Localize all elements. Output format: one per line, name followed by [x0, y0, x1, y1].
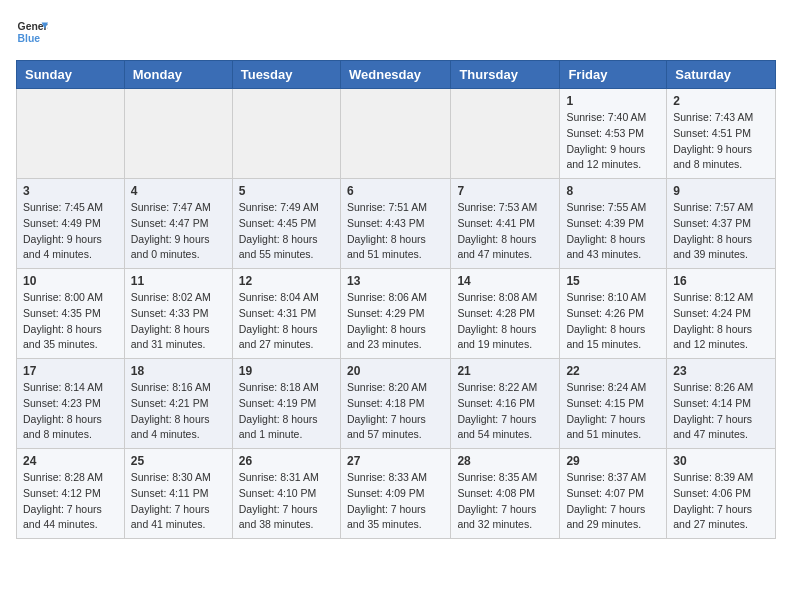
day-info: Sunrise: 7:45 AM Sunset: 4:49 PM Dayligh…: [23, 200, 118, 263]
day-info: Sunrise: 8:30 AM Sunset: 4:11 PM Dayligh…: [131, 470, 226, 533]
calendar-cell: 6Sunrise: 7:51 AM Sunset: 4:43 PM Daylig…: [340, 179, 450, 269]
day-info: Sunrise: 8:18 AM Sunset: 4:19 PM Dayligh…: [239, 380, 334, 443]
calendar-cell: 12Sunrise: 8:04 AM Sunset: 4:31 PM Dayli…: [232, 269, 340, 359]
calendar-cell: 3Sunrise: 7:45 AM Sunset: 4:49 PM Daylig…: [17, 179, 125, 269]
calendar-week-4: 17Sunrise: 8:14 AM Sunset: 4:23 PM Dayli…: [17, 359, 776, 449]
day-number: 1: [566, 94, 660, 108]
calendar-week-1: 1Sunrise: 7:40 AM Sunset: 4:53 PM Daylig…: [17, 89, 776, 179]
day-number: 30: [673, 454, 769, 468]
day-number: 13: [347, 274, 444, 288]
calendar-week-5: 24Sunrise: 8:28 AM Sunset: 4:12 PM Dayli…: [17, 449, 776, 539]
calendar-cell: 1Sunrise: 7:40 AM Sunset: 4:53 PM Daylig…: [560, 89, 667, 179]
day-number: 26: [239, 454, 334, 468]
day-info: Sunrise: 8:04 AM Sunset: 4:31 PM Dayligh…: [239, 290, 334, 353]
day-info: Sunrise: 7:49 AM Sunset: 4:45 PM Dayligh…: [239, 200, 334, 263]
calendar-cell: [17, 89, 125, 179]
day-info: Sunrise: 8:33 AM Sunset: 4:09 PM Dayligh…: [347, 470, 444, 533]
weekday-header-friday: Friday: [560, 61, 667, 89]
day-number: 11: [131, 274, 226, 288]
calendar-cell: [232, 89, 340, 179]
day-info: Sunrise: 8:14 AM Sunset: 4:23 PM Dayligh…: [23, 380, 118, 443]
day-number: 12: [239, 274, 334, 288]
day-number: 27: [347, 454, 444, 468]
weekday-header-wednesday: Wednesday: [340, 61, 450, 89]
day-number: 10: [23, 274, 118, 288]
day-number: 2: [673, 94, 769, 108]
weekday-header-monday: Monday: [124, 61, 232, 89]
calendar-cell: 15Sunrise: 8:10 AM Sunset: 4:26 PM Dayli…: [560, 269, 667, 359]
calendar-cell: 16Sunrise: 8:12 AM Sunset: 4:24 PM Dayli…: [667, 269, 776, 359]
svg-text:Blue: Blue: [18, 33, 41, 44]
calendar-cell: 11Sunrise: 8:02 AM Sunset: 4:33 PM Dayli…: [124, 269, 232, 359]
calendar-cell: 4Sunrise: 7:47 AM Sunset: 4:47 PM Daylig…: [124, 179, 232, 269]
day-info: Sunrise: 8:39 AM Sunset: 4:06 PM Dayligh…: [673, 470, 769, 533]
calendar-cell: 28Sunrise: 8:35 AM Sunset: 4:08 PM Dayli…: [451, 449, 560, 539]
calendar-cell: [340, 89, 450, 179]
logo: General Blue: [16, 16, 48, 48]
day-info: Sunrise: 8:12 AM Sunset: 4:24 PM Dayligh…: [673, 290, 769, 353]
day-number: 9: [673, 184, 769, 198]
day-info: Sunrise: 7:55 AM Sunset: 4:39 PM Dayligh…: [566, 200, 660, 263]
day-info: Sunrise: 8:06 AM Sunset: 4:29 PM Dayligh…: [347, 290, 444, 353]
day-info: Sunrise: 8:16 AM Sunset: 4:21 PM Dayligh…: [131, 380, 226, 443]
day-info: Sunrise: 8:35 AM Sunset: 4:08 PM Dayligh…: [457, 470, 553, 533]
logo-icon: General Blue: [16, 16, 48, 48]
weekday-header-thursday: Thursday: [451, 61, 560, 89]
day-number: 3: [23, 184, 118, 198]
weekday-header-tuesday: Tuesday: [232, 61, 340, 89]
calendar-cell: 27Sunrise: 8:33 AM Sunset: 4:09 PM Dayli…: [340, 449, 450, 539]
day-info: Sunrise: 8:00 AM Sunset: 4:35 PM Dayligh…: [23, 290, 118, 353]
day-info: Sunrise: 7:43 AM Sunset: 4:51 PM Dayligh…: [673, 110, 769, 173]
day-number: 16: [673, 274, 769, 288]
calendar-cell: 30Sunrise: 8:39 AM Sunset: 4:06 PM Dayli…: [667, 449, 776, 539]
weekday-header-sunday: Sunday: [17, 61, 125, 89]
day-info: Sunrise: 8:22 AM Sunset: 4:16 PM Dayligh…: [457, 380, 553, 443]
day-number: 8: [566, 184, 660, 198]
day-info: Sunrise: 7:40 AM Sunset: 4:53 PM Dayligh…: [566, 110, 660, 173]
calendar-cell: 10Sunrise: 8:00 AM Sunset: 4:35 PM Dayli…: [17, 269, 125, 359]
day-number: 20: [347, 364, 444, 378]
calendar-cell: 29Sunrise: 8:37 AM Sunset: 4:07 PM Dayli…: [560, 449, 667, 539]
day-number: 14: [457, 274, 553, 288]
day-info: Sunrise: 7:51 AM Sunset: 4:43 PM Dayligh…: [347, 200, 444, 263]
calendar-cell: 20Sunrise: 8:20 AM Sunset: 4:18 PM Dayli…: [340, 359, 450, 449]
day-info: Sunrise: 7:47 AM Sunset: 4:47 PM Dayligh…: [131, 200, 226, 263]
day-info: Sunrise: 8:31 AM Sunset: 4:10 PM Dayligh…: [239, 470, 334, 533]
page-header: General Blue: [16, 16, 776, 48]
day-info: Sunrise: 8:20 AM Sunset: 4:18 PM Dayligh…: [347, 380, 444, 443]
calendar-table: SundayMondayTuesdayWednesdayThursdayFrid…: [16, 60, 776, 539]
calendar-cell: 23Sunrise: 8:26 AM Sunset: 4:14 PM Dayli…: [667, 359, 776, 449]
day-number: 17: [23, 364, 118, 378]
calendar-cell: 8Sunrise: 7:55 AM Sunset: 4:39 PM Daylig…: [560, 179, 667, 269]
day-number: 25: [131, 454, 226, 468]
day-info: Sunrise: 7:57 AM Sunset: 4:37 PM Dayligh…: [673, 200, 769, 263]
day-info: Sunrise: 8:10 AM Sunset: 4:26 PM Dayligh…: [566, 290, 660, 353]
calendar-cell: 2Sunrise: 7:43 AM Sunset: 4:51 PM Daylig…: [667, 89, 776, 179]
calendar-cell: [124, 89, 232, 179]
day-info: Sunrise: 8:08 AM Sunset: 4:28 PM Dayligh…: [457, 290, 553, 353]
day-number: 21: [457, 364, 553, 378]
calendar-cell: 7Sunrise: 7:53 AM Sunset: 4:41 PM Daylig…: [451, 179, 560, 269]
day-number: 4: [131, 184, 226, 198]
calendar-cell: 25Sunrise: 8:30 AM Sunset: 4:11 PM Dayli…: [124, 449, 232, 539]
calendar-cell: 26Sunrise: 8:31 AM Sunset: 4:10 PM Dayli…: [232, 449, 340, 539]
calendar-cell: 5Sunrise: 7:49 AM Sunset: 4:45 PM Daylig…: [232, 179, 340, 269]
day-number: 7: [457, 184, 553, 198]
day-info: Sunrise: 8:26 AM Sunset: 4:14 PM Dayligh…: [673, 380, 769, 443]
calendar-cell: 19Sunrise: 8:18 AM Sunset: 4:19 PM Dayli…: [232, 359, 340, 449]
day-number: 22: [566, 364, 660, 378]
day-number: 28: [457, 454, 553, 468]
calendar-cell: 18Sunrise: 8:16 AM Sunset: 4:21 PM Dayli…: [124, 359, 232, 449]
day-info: Sunrise: 7:53 AM Sunset: 4:41 PM Dayligh…: [457, 200, 553, 263]
day-info: Sunrise: 8:24 AM Sunset: 4:15 PM Dayligh…: [566, 380, 660, 443]
day-info: Sunrise: 8:28 AM Sunset: 4:12 PM Dayligh…: [23, 470, 118, 533]
day-info: Sunrise: 8:02 AM Sunset: 4:33 PM Dayligh…: [131, 290, 226, 353]
calendar-cell: 22Sunrise: 8:24 AM Sunset: 4:15 PM Dayli…: [560, 359, 667, 449]
calendar-cell: 14Sunrise: 8:08 AM Sunset: 4:28 PM Dayli…: [451, 269, 560, 359]
calendar-cell: 13Sunrise: 8:06 AM Sunset: 4:29 PM Dayli…: [340, 269, 450, 359]
calendar-week-2: 3Sunrise: 7:45 AM Sunset: 4:49 PM Daylig…: [17, 179, 776, 269]
calendar-week-3: 10Sunrise: 8:00 AM Sunset: 4:35 PM Dayli…: [17, 269, 776, 359]
day-number: 5: [239, 184, 334, 198]
day-number: 23: [673, 364, 769, 378]
day-number: 19: [239, 364, 334, 378]
